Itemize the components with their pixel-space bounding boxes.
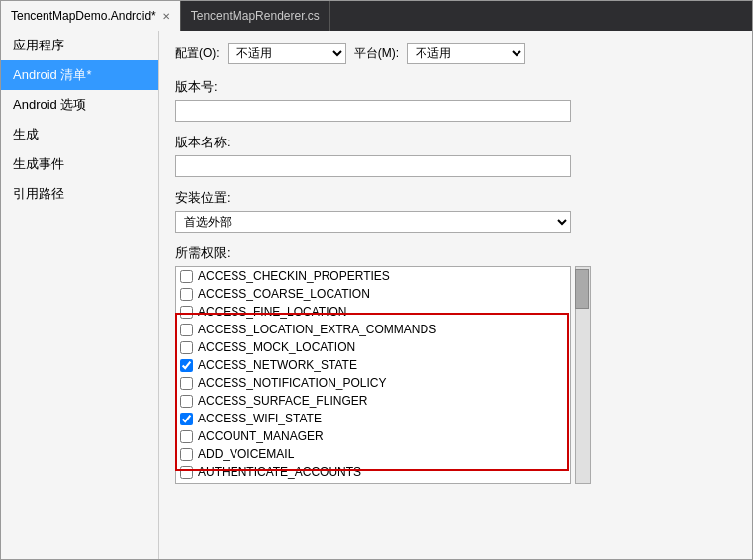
list-item[interactable]: AUTHENTICATE_ACCOUNTS bbox=[176, 463, 570, 481]
list-item[interactable]: ACCOUNT_MANAGER bbox=[176, 427, 570, 445]
permission-checkbox[interactable] bbox=[180, 395, 193, 408]
install-label: 安装位置: bbox=[175, 189, 736, 207]
list-item[interactable]: ACCESS_LOCATION_EXTRA_COMMANDS bbox=[176, 321, 570, 338]
title-bar: TencentMapDemo.Android* ✕ TencentMapRend… bbox=[1, 1, 752, 31]
list-item[interactable]: ACCESS_SURFACE_FLINGER bbox=[176, 392, 570, 410]
sidebar-item-build[interactable]: 生成 bbox=[1, 120, 158, 149]
permission-checkbox[interactable] bbox=[180, 306, 193, 319]
tab-tencentmapdemo[interactable]: TencentMapDemo.Android* ✕ bbox=[1, 1, 181, 31]
list-item[interactable]: ACCESS_NOTIFICATION_POLICY bbox=[176, 374, 570, 392]
list-item[interactable]: ACCESS_COARSE_LOCATION bbox=[176, 285, 570, 303]
scrollbar-thumb[interactable] bbox=[575, 269, 589, 309]
permission-checkbox[interactable] bbox=[180, 448, 193, 461]
main-window: TencentMapDemo.Android* ✕ TencentMapRend… bbox=[0, 0, 753, 560]
permission-label: BATTERY_STATS bbox=[198, 483, 295, 484]
permission-label: AUTHENTICATE_ACCOUNTS bbox=[198, 465, 361, 479]
tab-label: TencentMapRenderer.cs bbox=[191, 9, 320, 23]
sidebar-item-ref-paths[interactable]: 引用路径 bbox=[1, 179, 158, 209]
install-section: 安装位置: 首选外部 bbox=[175, 189, 736, 233]
permission-checkbox[interactable] bbox=[180, 359, 193, 372]
permission-label: ACCESS_NOTIFICATION_POLICY bbox=[198, 376, 386, 390]
list-item[interactable]: ACCESS_NETWORK_STATE bbox=[176, 356, 570, 374]
tab-renderer[interactable]: TencentMapRenderer.cs bbox=[181, 1, 330, 31]
sidebar: 应用程序 Android 清单* Android 选项 生成 生成事件 引用路径 bbox=[1, 31, 159, 559]
permission-label: ADD_VOICEMAIL bbox=[198, 447, 294, 461]
platform-select[interactable]: 不适用 bbox=[407, 43, 525, 64]
permission-checkbox[interactable] bbox=[180, 324, 193, 336]
permissions-list[interactable]: ACCESS_CHECKIN_PROPERTIESACCESS_COARSE_L… bbox=[175, 266, 571, 484]
permission-label: ACCESS_MOCK_LOCATION bbox=[198, 340, 355, 354]
right-panel: 配置(O): 不适用 平台(M): 不适用 版本号: 版本名称: 安装位置: 首… bbox=[159, 31, 752, 559]
permission-label: ACCESS_SURFACE_FLINGER bbox=[198, 394, 367, 408]
version-name-label: 版本名称: bbox=[175, 134, 736, 151]
sidebar-item-android-options[interactable]: Android 选项 bbox=[1, 90, 158, 120]
config-label: 配置(O): bbox=[175, 46, 220, 62]
permission-label: ACCESS_LOCATION_EXTRA_COMMANDS bbox=[198, 323, 436, 336]
permissions-container: ACCESS_CHECKIN_PROPERTIESACCESS_COARSE_L… bbox=[175, 266, 591, 484]
permission-label: ACCESS_NETWORK_STATE bbox=[198, 358, 357, 372]
list-item[interactable]: BATTERY_STATS bbox=[176, 481, 570, 484]
list-item[interactable]: ACCESS_WIFI_STATE bbox=[176, 410, 570, 427]
permission-checkbox[interactable] bbox=[180, 341, 193, 354]
tab-label: TencentMapDemo.Android* bbox=[11, 9, 156, 23]
scrollbar[interactable] bbox=[575, 266, 591, 484]
list-item[interactable]: ACCESS_FINE_LOCATION bbox=[176, 303, 570, 321]
permission-checkbox[interactable] bbox=[180, 288, 193, 301]
config-select[interactable]: 不适用 bbox=[228, 43, 346, 64]
sidebar-item-android-manifest[interactable]: Android 清单* bbox=[1, 60, 158, 90]
permission-label: ACCESS_FINE_LOCATION bbox=[198, 305, 346, 319]
permission-label: ACCESS_COARSE_LOCATION bbox=[198, 287, 370, 301]
close-icon[interactable]: ✕ bbox=[162, 11, 170, 22]
version-label: 版本号: bbox=[175, 78, 736, 96]
sidebar-item-build-events[interactable]: 生成事件 bbox=[1, 149, 158, 179]
version-name-input[interactable] bbox=[175, 155, 571, 177]
toolbar-row: 配置(O): 不适用 平台(M): 不适用 bbox=[175, 43, 736, 64]
sidebar-item-app[interactable]: 应用程序 bbox=[1, 31, 158, 60]
permission-checkbox[interactable] bbox=[180, 377, 193, 390]
permission-label: ACCOUNT_MANAGER bbox=[198, 429, 324, 443]
list-item[interactable]: ACCESS_MOCK_LOCATION bbox=[176, 338, 570, 356]
main-content: 应用程序 Android 清单* Android 选项 生成 生成事件 引用路径… bbox=[1, 31, 752, 559]
permission-label: ACCESS_CHECKIN_PROPERTIES bbox=[198, 269, 390, 283]
permissions-label: 所需权限: bbox=[175, 244, 736, 262]
platform-label: 平台(M): bbox=[354, 46, 399, 62]
list-item[interactable]: ADD_VOICEMAIL bbox=[176, 445, 570, 463]
permission-checkbox[interactable] bbox=[180, 466, 193, 479]
permission-checkbox[interactable] bbox=[180, 270, 193, 283]
permission-label: ACCESS_WIFI_STATE bbox=[198, 412, 322, 425]
permission-checkbox[interactable] bbox=[180, 413, 193, 425]
install-select[interactable]: 首选外部 bbox=[175, 211, 571, 233]
version-input[interactable] bbox=[175, 100, 571, 122]
permission-checkbox[interactable] bbox=[180, 430, 193, 443]
list-item[interactable]: ACCESS_CHECKIN_PROPERTIES bbox=[176, 267, 570, 285]
permission-checkbox[interactable] bbox=[180, 484, 193, 485]
